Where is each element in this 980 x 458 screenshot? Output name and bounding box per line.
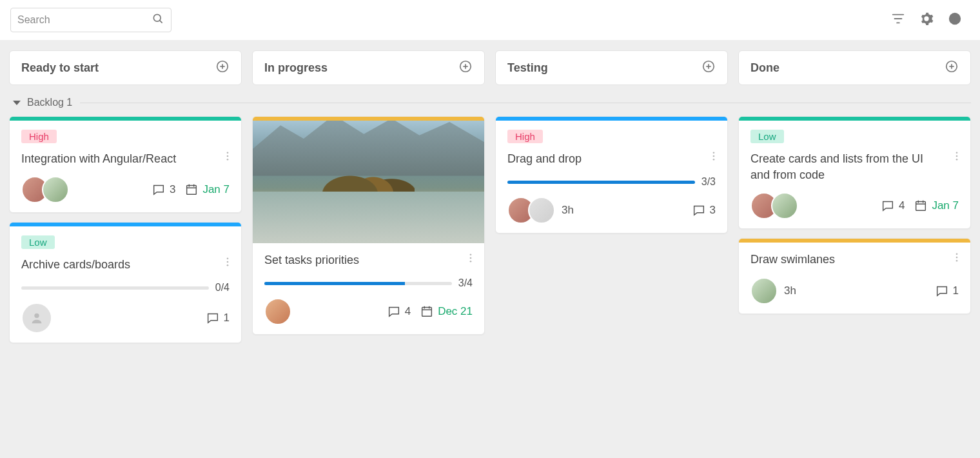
priority-tag-high: High <box>507 130 543 143</box>
priority-tag-low: Low <box>750 130 784 143</box>
card-title: Draw swimlanes <box>750 252 959 268</box>
column-header-done[interactable]: Done <box>738 50 971 85</box>
avatar-group[interactable] <box>264 298 291 325</box>
more-icon[interactable] <box>222 256 233 270</box>
avatar[interactable] <box>528 197 555 224</box>
info-icon[interactable] <box>948 12 962 28</box>
comments-count[interactable]: 4 <box>881 199 905 213</box>
column-title: In progress <box>264 61 328 75</box>
svg-point-28 <box>470 254 472 255</box>
time-estimate: 3h <box>784 284 796 297</box>
svg-point-35 <box>713 152 715 154</box>
card-cover-image <box>253 121 484 243</box>
svg-rect-41 <box>916 202 926 211</box>
column-title: Testing <box>507 61 548 75</box>
avatar-group[interactable] <box>750 192 798 219</box>
card[interactable]: High Integration with Angular/React 3 <box>9 116 242 213</box>
card-title: Set tasks priorities <box>264 252 473 268</box>
progress-text: 3/3 <box>701 176 716 188</box>
due-date[interactable]: Jan 7 <box>914 199 959 213</box>
card[interactable]: High Drag and drop 3/3 3h <box>495 116 728 234</box>
comments-count[interactable]: 4 <box>387 304 411 319</box>
avatar-group[interactable]: 3h <box>750 277 796 304</box>
column-testing-cards: High Drag and drop 3/3 3h <box>495 116 728 234</box>
priority-tag-low: Low <box>21 235 55 249</box>
column-header-inprogress[interactable]: In progress <box>252 50 485 85</box>
search-box[interactable] <box>10 8 172 32</box>
svg-point-24 <box>227 258 229 260</box>
swimlane-divider <box>80 103 971 103</box>
svg-point-40 <box>956 159 958 161</box>
cards-row: High Integration with Angular/React 3 <box>9 116 971 343</box>
more-icon[interactable] <box>951 252 963 266</box>
svg-point-17 <box>227 152 229 154</box>
progress-bar <box>507 181 695 184</box>
gear-icon[interactable] <box>919 12 934 28</box>
svg-point-4 <box>954 15 956 17</box>
card[interactable]: Draw swimlanes 3h 1 <box>738 238 971 314</box>
svg-point-39 <box>956 155 958 157</box>
svg-point-37 <box>713 159 715 161</box>
swimlane-label: Backlog 1 <box>27 97 72 108</box>
search-icon[interactable] <box>152 12 164 28</box>
plus-icon[interactable] <box>701 59 716 77</box>
due-date[interactable]: Jan 7 <box>184 183 230 197</box>
avatar[interactable] <box>42 176 69 203</box>
column-headers: Ready to start In progress Testing Done <box>9 50 971 85</box>
svg-point-27 <box>34 314 39 318</box>
avatar-group[interactable]: 3h <box>507 197 574 224</box>
time-estimate: 3h <box>562 204 574 217</box>
avatar[interactable] <box>750 277 778 304</box>
comments-count[interactable]: 3 <box>152 183 175 197</box>
card[interactable]: Low Archive cards/boards 0/4 <box>9 222 242 343</box>
card-meta: 4 Dec 21 <box>387 304 473 319</box>
svg-point-26 <box>227 264 229 266</box>
chevron-down-icon[interactable] <box>13 101 21 105</box>
column-ready-cards: High Integration with Angular/React 3 <box>9 116 242 343</box>
comments-count[interactable]: 3 <box>692 203 716 217</box>
card-meta: 3 <box>692 203 716 217</box>
card-meta: 1 <box>935 284 959 298</box>
card-title: Drag and drop <box>507 151 716 167</box>
more-icon[interactable] <box>951 150 963 164</box>
column-title: Ready to start <box>21 61 99 75</box>
column-header-testing[interactable]: Testing <box>495 50 728 85</box>
progress-text: 0/4 <box>215 282 230 294</box>
progress: 3/3 <box>507 176 716 188</box>
svg-point-29 <box>470 257 472 259</box>
svg-point-0 <box>153 14 161 21</box>
card-meta: 1 <box>206 311 230 325</box>
avatar[interactable] <box>264 298 291 325</box>
plus-icon[interactable] <box>458 59 473 77</box>
comments-count[interactable]: 1 <box>206 311 230 325</box>
due-date[interactable]: Dec 21 <box>420 304 473 319</box>
plus-icon[interactable] <box>215 59 230 77</box>
card[interactable]: Low Create cards and lists from the UI a… <box>738 116 971 229</box>
svg-point-19 <box>227 159 229 161</box>
progress-text: 3/4 <box>458 277 473 289</box>
svg-point-18 <box>227 155 229 157</box>
progress-bar <box>264 282 452 285</box>
card-title: Integration with Angular/React <box>21 151 230 167</box>
topbar <box>0 0 980 40</box>
column-inprogress-cards: Set tasks priorities 3/4 4 <box>252 116 485 335</box>
svg-point-45 <box>956 254 958 255</box>
svg-rect-20 <box>187 186 197 195</box>
more-icon[interactable] <box>465 252 476 266</box>
svg-rect-31 <box>422 308 432 317</box>
more-icon[interactable] <box>222 150 233 164</box>
plus-icon[interactable] <box>945 59 959 77</box>
card[interactable]: Set tasks priorities 3/4 4 <box>252 116 485 335</box>
swimlane-header[interactable]: Backlog 1 <box>9 97 971 108</box>
avatar-group[interactable] <box>21 303 52 334</box>
column-title: Done <box>750 61 779 75</box>
more-icon[interactable] <box>708 150 720 164</box>
comments-count[interactable]: 1 <box>935 284 959 298</box>
svg-point-46 <box>956 257 958 259</box>
avatar[interactable] <box>771 192 798 219</box>
avatar-placeholder[interactable] <box>21 303 52 334</box>
avatar-group[interactable] <box>21 176 69 203</box>
search-input[interactable] <box>17 14 152 26</box>
column-header-ready[interactable]: Ready to start <box>9 50 242 85</box>
filter-icon[interactable] <box>891 12 905 28</box>
